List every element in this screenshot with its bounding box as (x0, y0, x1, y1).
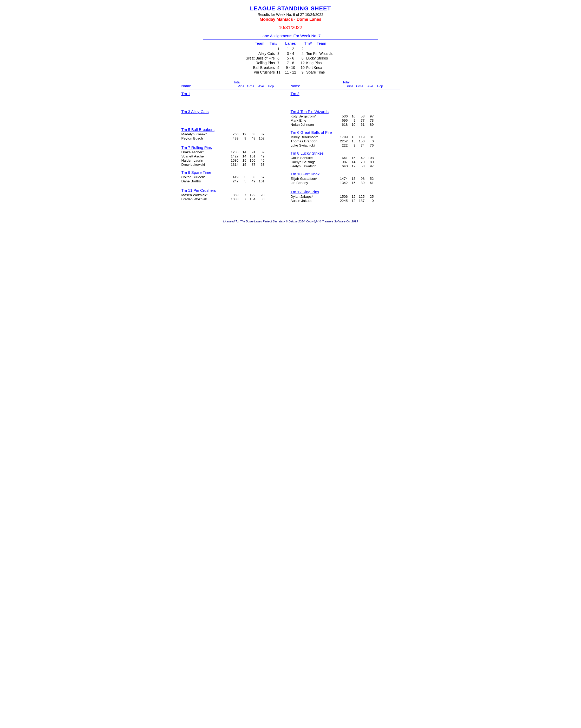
player-hcp: 0 (255, 197, 264, 201)
team-block-tm11: Tm 11 Pin Crushers Masen Wozniak* 859 7 … (181, 188, 290, 202)
lane-right-team: Ten Pin Wizards (306, 51, 348, 56)
lane-right-team: Fort Knox (306, 66, 348, 70)
ave-label-right: Ave (365, 84, 373, 88)
player-gms: 5 (238, 179, 247, 183)
player-ave: 101 (247, 154, 255, 158)
player-pins: 696 (336, 119, 348, 122)
player-ave: 105 (247, 158, 255, 162)
player-name: Koty Bergstrom* (290, 114, 336, 118)
player-gms: 14 (348, 160, 356, 164)
player-row: Drew Lukowski 1314 15 87 63 (181, 163, 290, 166)
player-name: Luke Swiatnicki (290, 144, 336, 147)
lane-row: Ball Breakers 5 9 - 10 10 Fort Knox (203, 66, 378, 70)
lane-col-tm2: Tm# (304, 41, 311, 46)
footer: Licensed To: The Dome Lanes Perfect Secr… (181, 218, 400, 223)
team-name-tm10[interactable]: Tm 10 Fort Knox (290, 172, 400, 176)
lane-left-tm: 5 (275, 66, 282, 70)
lane-left-tm: 1 (275, 47, 282, 51)
total-label-right: Total (343, 80, 383, 84)
player-hcp: 63 (255, 163, 264, 166)
lane-left-team: Ball Breakers (233, 66, 275, 70)
lane-assignments-section: ---------- Lane Assignments For Week No.… (181, 33, 400, 76)
player-ave: 187 (356, 199, 365, 203)
lane-row: Alley Cats 3 3 - 4 4 Ten Pin Wizards (203, 51, 378, 56)
lane-nums: 1 - 2 (282, 47, 299, 51)
player-row: Madelyn Knaak* 766 12 63 87 (181, 132, 290, 136)
player-ave: 91 (247, 150, 255, 154)
lane-col-headers: Team Tm# Lanes Tm# Team (203, 41, 378, 46)
team-name-tm1[interactable]: Tm 1 (181, 92, 290, 96)
player-ave: 150 (356, 139, 365, 143)
lane-right-team: King Pins (306, 61, 348, 65)
lane-left-tm: 11 (275, 70, 282, 74)
player-pins: 2252 (336, 139, 348, 143)
player-name: Colton Bulloch* (181, 175, 227, 179)
lane-left-tm: 6 (275, 56, 282, 60)
lane-table: Team Tm# Lanes Tm# Team 1 1 - 2 2 Alley … (203, 39, 378, 76)
lane-nums: 5 - 6 (282, 56, 299, 60)
lane-left-team: Pin Crushers (233, 70, 275, 74)
player-ave: 53 (356, 164, 365, 168)
team-name-tm8[interactable]: Tm 8 Lucky Strikes (290, 151, 400, 155)
team-name-tm7[interactable]: Tm 7 Rolling Pins (181, 145, 290, 150)
player-hcp: 89 (365, 123, 374, 127)
player-pins: 439 (227, 136, 238, 140)
subtitle: Results for Week No. 6 of 27 10/24/2022 (181, 12, 400, 17)
teams-container: Tm 1Tm 3 Alley CatsTm 5 Ball Breakers Ma… (181, 92, 400, 208)
lane-left-tm: 7 (275, 61, 282, 65)
player-row: Peyton Bosch 439 9 48 102 (181, 136, 290, 140)
team-name-tm4[interactable]: Tm 4 Ten Pin Wizards (290, 109, 400, 114)
team-name-tm9[interactable]: Tm 9 Spare Time (181, 170, 290, 175)
player-hcp: 0 (365, 139, 374, 143)
player-ave: 61 (356, 123, 365, 127)
player-row: Luke Swiatnicki 222 3 74 76 (290, 144, 400, 147)
player-name: Mark Ehle (290, 119, 336, 122)
player-row: Masen Wozniak* 859 7 122 28 (181, 193, 290, 197)
team-name-tm3[interactable]: Tm 3 Alley Cats (181, 109, 290, 114)
pins-label-right: Pins (343, 84, 354, 88)
player-hcp: 52 (365, 177, 374, 181)
player-hcp: 102 (255, 136, 264, 140)
name-col-header-right: Name (290, 84, 343, 88)
player-gms: 10 (348, 123, 356, 127)
player-gms: 7 (238, 193, 247, 197)
player-ave: 89 (356, 181, 365, 185)
player-name: Peyton Bosch (181, 136, 227, 140)
player-pins: 766 (227, 132, 238, 136)
team-name-tm2[interactable]: Tm 2 (290, 92, 400, 96)
player-hcp: 49 (255, 154, 264, 158)
player-row: Scarlett Ascher 1427 14 101 49 (181, 154, 290, 158)
player-pins: 618 (336, 123, 348, 127)
team-name-tm11[interactable]: Tm 11 Pin Crushers (181, 188, 290, 192)
player-ave: 119 (356, 135, 365, 139)
player-row: Ian Bentley 1342 15 89 61 (290, 181, 400, 185)
team-block-tm7: Tm 7 Rolling Pins Drake Ascher* 1285 14 … (181, 145, 290, 166)
player-pins: 1799 (336, 135, 348, 139)
player-ave: 42 (356, 156, 365, 160)
lane-rows: 1 1 - 2 2 Alley Cats 3 3 - 4 4 Ten Pin W… (203, 47, 378, 74)
player-hcp: 73 (365, 119, 374, 122)
player-pins: 640 (336, 164, 348, 168)
lane-left-team: Alley Cats (233, 51, 275, 56)
player-pins: 1580 (227, 158, 238, 162)
lane-nums: 7 - 8 (282, 61, 299, 65)
league-name: Monday Maniacs - Dome Lanes (181, 17, 400, 22)
player-name: Dylan Jakups* (290, 194, 336, 199)
team-name-tm6[interactable]: Tm 6 Great Balls of Fire (290, 130, 400, 135)
lane-right-tm: 4 (299, 51, 306, 56)
player-row: Collin Schulke 641 15 42 108 (290, 156, 400, 160)
lane-right-tm: 9 (299, 70, 306, 74)
team-name-tm5[interactable]: Tm 5 Ball Breakers (181, 127, 290, 132)
lane-right-team: Lucky Strikes (306, 56, 348, 60)
lane-right-tm: 8 (299, 56, 306, 60)
team-block-tm8: Tm 8 Lucky Strikes Collin Schulke 641 15… (290, 151, 400, 168)
lane-right-tm: 2 (299, 47, 306, 51)
total-label-left: Total (233, 80, 274, 84)
player-pins: 1314 (227, 163, 238, 166)
team-name-tm12[interactable]: Tm 12 King Pins (290, 190, 400, 194)
player-ave: 53 (356, 114, 365, 118)
player-pins: 859 (227, 193, 238, 197)
player-gms: 14 (238, 150, 247, 154)
player-gms: 15 (238, 163, 247, 166)
player-name: Collin Schulke (290, 156, 336, 160)
